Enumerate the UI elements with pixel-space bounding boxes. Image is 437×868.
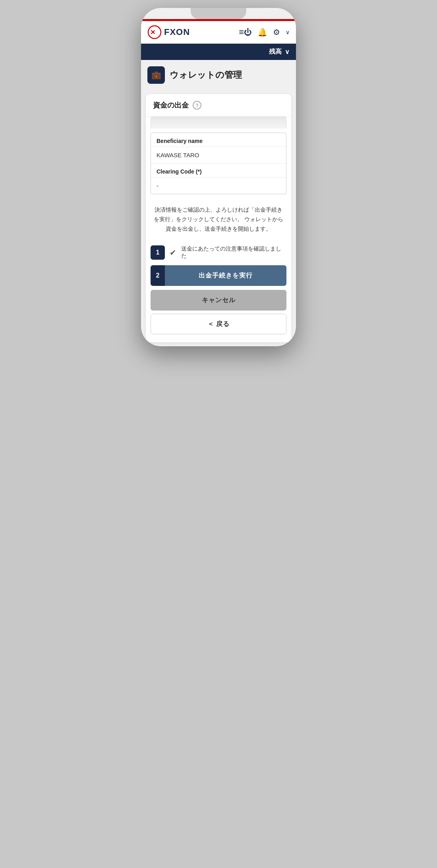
checkbox-row: 1 ✔ 送金にあたっての注意事項を確認しました <box>151 244 286 261</box>
hamburger-icon[interactable]: ≡ <box>239 27 244 37</box>
form-section: Beneficiary name KAWASE TARO Clearing Co… <box>151 133 286 194</box>
bell-icon[interactable]: 🔔 <box>257 27 267 37</box>
back-button[interactable]: ＜ 戻る <box>151 314 286 334</box>
logo-text: FXON <box>164 27 190 37</box>
card-title: 資金の出金 <box>153 100 189 110</box>
step1-badge: 1 <box>151 245 165 260</box>
balance-label: 残高 <box>269 48 282 56</box>
wallet-icon: 💼 <box>147 66 165 84</box>
card-header: 資金の出金 ? <box>146 94 291 117</box>
beneficiary-name-label: Beneficiary name <box>151 133 286 147</box>
execute-button[interactable]: 出金手続きを実行 <box>165 265 286 286</box>
step2-badge: 2 <box>151 265 165 286</box>
beneficiary-name-value: KAWASE TARO <box>151 147 286 164</box>
balance-bar: 残高 ∨ <box>141 44 296 60</box>
info-text: 決済情報をご確認の上、よろしければ「出金手続きを実行」をクリックしてください。 … <box>146 198 291 241</box>
withdrawal-card: 資金の出金 ? Beneficiary name KAWASE TARO Cle… <box>146 94 291 342</box>
balance-chevron-icon[interactable]: ∨ <box>285 48 290 56</box>
checkbox-label: 送金にあたっての注意事項を確認しました <box>181 245 286 260</box>
page-title: ウォレットの管理 <box>170 69 242 81</box>
clearing-code-label: Clearing Code (*) <box>151 164 286 177</box>
header: ✕ FXON ≡ ⏻ 🔔 ⚙ ∨ <box>141 21 296 44</box>
clearing-code-value: - <box>151 177 286 194</box>
chevron-down-icon[interactable]: ∨ <box>286 29 290 35</box>
check-icon[interactable]: ✔ <box>170 248 176 257</box>
power-icon[interactable]: ⏻ <box>244 28 252 37</box>
logo: ✕ FXON <box>147 25 235 39</box>
page-title-bar: 💼 ウォレットの管理 <box>141 60 296 90</box>
svg-text:✕: ✕ <box>150 29 155 36</box>
phone-notch <box>191 8 246 19</box>
wallet-icon-glyph: 💼 <box>151 70 161 80</box>
cancel-button[interactable]: キャンセル <box>151 290 286 311</box>
gear-icon[interactable]: ⚙ <box>273 27 280 37</box>
logo-icon: ✕ <box>147 25 162 39</box>
header-icons: ⏻ 🔔 ⚙ ∨ <box>244 27 290 37</box>
help-icon[interactable]: ? <box>193 101 201 110</box>
scroll-hint <box>151 117 286 129</box>
execute-button-row: 2 出金手続きを実行 <box>151 265 286 286</box>
phone-frame: ✕ FXON ≡ ⏻ 🔔 ⚙ ∨ 残高 ∨ 💼 ウォレットの管理 資金の出金 ? <box>141 8 296 346</box>
